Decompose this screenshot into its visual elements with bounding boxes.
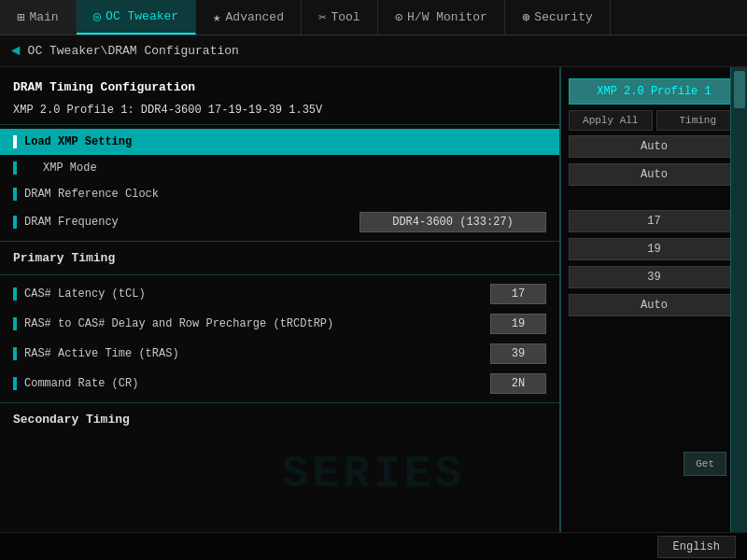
divider-2 <box>0 274 559 275</box>
divider-3 <box>0 402 559 403</box>
dram-freq-label: DRAM Frequency <box>24 216 359 229</box>
section-title: DRAM Timing Configuration <box>0 75 559 100</box>
scrollbar-thumb[interactable] <box>734 71 745 108</box>
breadcrumb-bar: ◄ OC Tweaker\DRAM Configuration <box>0 35 747 67</box>
xmp-mode-label: XMP Mode <box>24 161 546 175</box>
language-button[interactable]: English <box>657 536 736 558</box>
xmp-mode-indicator <box>13 161 17 175</box>
cas-latency-row[interactable]: CAS# Latency (tCL) 17 <box>0 279 559 309</box>
ras-active-row[interactable]: RAS# Active Time (tRAS) 39 <box>0 339 559 369</box>
apply-all-button[interactable]: Apply All <box>569 110 653 131</box>
command-rate-row[interactable]: Command Rate (CR) 2N <box>0 369 559 399</box>
nav-main[interactable]: ⊞ Main <box>0 0 77 35</box>
load-xmp-indicator <box>13 135 17 148</box>
load-xmp-setting-row[interactable]: Load XMP Setting <box>0 129 559 155</box>
cas-latency-label: CAS# Latency (tCL) <box>24 287 490 301</box>
nav-oc-tweaker-label: OC Tweaker <box>106 9 178 23</box>
nav-hw-monitor[interactable]: ⊙ H/W Monitor <box>378 0 505 35</box>
nav-tool[interactable]: ✂ Tool <box>302 0 378 35</box>
ras-cas-delay-row[interactable]: RAS# to CAS# Delay and Row Precharge (tR… <box>0 309 559 339</box>
hw-monitor-icon: ⊙ <box>395 9 402 25</box>
command-rate-value[interactable]: 2N <box>490 373 546 394</box>
ras-active-value[interactable]: 39 <box>490 343 546 364</box>
load-xmp-label: Load XMP Setting <box>24 135 546 148</box>
command-rate-indicator <box>13 377 17 390</box>
nav-main-label: Main <box>29 10 58 24</box>
ras-active-indicator <box>13 347 17 360</box>
tool-icon: ✂ <box>318 9 326 25</box>
dram-ref-clock-row[interactable]: DRAM Reference Clock <box>0 181 559 207</box>
divider-1 <box>0 241 559 242</box>
xmp-profile-button[interactable]: XMP 2.0 Profile 1 <box>569 78 740 105</box>
top-navigation: ⊞ Main ◎ OC Tweaker ★ Advanced ✂ Tool ⊙ … <box>0 0 747 35</box>
primary-timing-title: Primary Timing <box>0 245 559 271</box>
status-bar: English <box>0 532 747 560</box>
right-cas-value: 17 <box>569 210 740 232</box>
breadcrumb: OC Tweaker\DRAM Configuration <box>28 44 239 58</box>
secondary-timing-title: Secondary Timing <box>0 407 559 432</box>
xmp-info: XMP 2.0 Profile 1: DDR4-3600 17-19-19-39… <box>0 100 559 125</box>
nav-advanced-label: Advanced <box>226 10 284 24</box>
nav-security[interactable]: ⊛ Security <box>505 0 611 35</box>
dram-freq-value[interactable]: DDR4-3600 (133:27) <box>359 212 546 232</box>
ras-cas-delay-value[interactable]: 19 <box>490 314 546 334</box>
cas-latency-value[interactable]: 17 <box>490 284 546 304</box>
security-icon: ⊛ <box>522 9 529 25</box>
ras-cas-delay-label: RAS# to CAS# Delay and Row Precharge (tR… <box>24 317 490 330</box>
back-arrow[interactable]: ◄ <box>11 43 21 60</box>
right-ras-cas-value: 19 <box>569 238 740 260</box>
xmp-mode-row[interactable]: XMP Mode <box>0 155 559 181</box>
get-button[interactable]: Get <box>684 452 726 476</box>
nav-oc-tweaker[interactable]: ◎ OC Tweaker <box>77 0 196 35</box>
main-icon: ⊞ <box>17 9 24 25</box>
dram-ref-clock-label: DRAM Reference Clock <box>24 188 546 201</box>
nav-security-label: Security <box>534 10 592 24</box>
left-panel: DRAM Timing Configuration XMP 2.0 Profil… <box>0 67 560 532</box>
command-rate-label: Command Rate (CR) <box>24 377 490 390</box>
advanced-icon: ★ <box>213 9 220 25</box>
right-auto-1: Auto <box>569 135 740 158</box>
right-ras-active-value: 39 <box>569 266 740 288</box>
timing-button[interactable]: Timing <box>656 110 740 131</box>
dram-freq-row[interactable]: DRAM Frequency DDR4-3600 (133:27) <box>0 207 559 237</box>
right-auto-2: Auto <box>569 163 740 186</box>
right-command-rate-value: Auto <box>569 294 740 316</box>
apply-timing-row: Apply All Timing <box>561 108 747 133</box>
nav-tool-label: Tool <box>331 10 359 24</box>
main-content: DRAM Timing Configuration XMP 2.0 Profil… <box>0 67 747 532</box>
oc-tweaker-icon: ◎ <box>93 8 101 24</box>
ras-cas-indicator <box>13 317 17 330</box>
dram-ref-indicator <box>13 188 17 201</box>
ras-active-label: RAS# Active Time (tRAS) <box>24 347 490 360</box>
scrollbar[interactable] <box>730 67 747 532</box>
cas-latency-indicator <box>13 287 17 301</box>
dram-freq-indicator <box>13 216 17 229</box>
nav-advanced[interactable]: ★ Advanced <box>196 0 302 35</box>
nav-hw-monitor-label: H/W Monitor <box>407 10 487 24</box>
